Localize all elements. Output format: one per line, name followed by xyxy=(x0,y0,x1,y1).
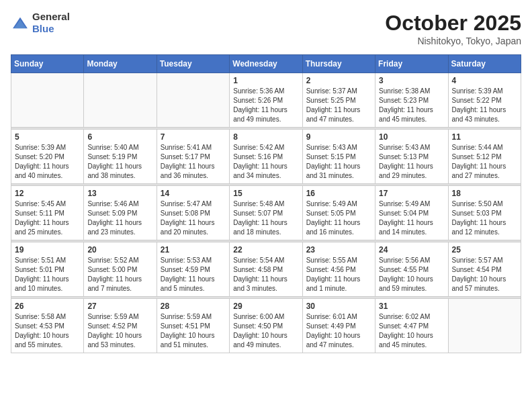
day-number: 3 xyxy=(379,76,444,85)
calendar-cell: 30Sunrise: 6:01 AM Sunset: 4:49 PM Dayli… xyxy=(302,299,375,353)
day-info: Sunrise: 5:39 AM Sunset: 5:20 PM Dayligh… xyxy=(15,143,80,181)
day-info: Sunrise: 5:40 AM Sunset: 5:19 PM Dayligh… xyxy=(87,143,152,181)
weekday-header: Friday xyxy=(375,55,448,73)
calendar-cell: 18Sunrise: 5:50 AM Sunset: 5:03 PM Dayli… xyxy=(448,186,521,240)
logo-blue: Blue xyxy=(32,23,54,34)
calendar-cell: 2Sunrise: 5:37 AM Sunset: 5:25 PM Daylig… xyxy=(302,73,375,128)
day-number: 27 xyxy=(87,302,152,311)
day-info: Sunrise: 5:45 AM Sunset: 5:11 PM Dayligh… xyxy=(15,199,80,237)
day-number: 29 xyxy=(233,302,298,311)
calendar-cell xyxy=(448,299,521,353)
calendar-cell xyxy=(157,73,229,128)
day-info: Sunrise: 5:54 AM Sunset: 4:58 PM Dayligh… xyxy=(233,256,298,293)
day-number: 30 xyxy=(306,302,371,311)
day-number: 21 xyxy=(161,245,226,255)
day-info: Sunrise: 5:53 AM Sunset: 4:59 PM Dayligh… xyxy=(161,256,226,293)
day-info: Sunrise: 5:37 AM Sunset: 5:25 PM Dayligh… xyxy=(306,87,371,124)
logo-text: General Blue xyxy=(32,11,70,35)
calendar-cell: 15Sunrise: 5:48 AM Sunset: 5:07 PM Dayli… xyxy=(230,186,302,240)
calendar-cell: 4Sunrise: 5:39 AM Sunset: 5:22 PM Daylig… xyxy=(448,73,521,128)
day-number: 13 xyxy=(87,189,152,198)
day-number: 23 xyxy=(306,245,371,255)
day-number: 24 xyxy=(379,245,444,255)
day-number: 16 xyxy=(306,189,371,198)
day-number: 10 xyxy=(379,132,444,142)
day-info: Sunrise: 6:01 AM Sunset: 4:49 PM Dayligh… xyxy=(306,312,371,350)
logo-icon xyxy=(11,16,30,30)
calendar-cell: 6Sunrise: 5:40 AM Sunset: 5:19 PM Daylig… xyxy=(84,130,157,184)
day-info: Sunrise: 5:38 AM Sunset: 5:23 PM Dayligh… xyxy=(379,87,444,124)
day-info: Sunrise: 5:59 AM Sunset: 4:51 PM Dayligh… xyxy=(161,312,226,350)
calendar-cell: 31Sunrise: 6:02 AM Sunset: 4:47 PM Dayli… xyxy=(375,299,448,353)
calendar-cell: 8Sunrise: 5:42 AM Sunset: 5:16 PM Daylig… xyxy=(230,130,302,184)
day-info: Sunrise: 6:02 AM Sunset: 4:47 PM Dayligh… xyxy=(379,312,444,350)
day-info: Sunrise: 5:44 AM Sunset: 5:12 PM Dayligh… xyxy=(452,143,517,181)
calendar-cell: 11Sunrise: 5:44 AM Sunset: 5:12 PM Dayli… xyxy=(448,130,521,184)
day-number: 5 xyxy=(15,132,80,142)
day-number: 26 xyxy=(15,302,80,311)
day-number: 6 xyxy=(87,132,152,142)
calendar-cell: 22Sunrise: 5:54 AM Sunset: 4:58 PM Dayli… xyxy=(230,242,302,297)
calendar-cell xyxy=(84,73,157,128)
location: Nishitokyo, Tokyo, Japan xyxy=(385,36,521,46)
weekday-header: Monday xyxy=(84,55,157,73)
day-info: Sunrise: 5:56 AM Sunset: 4:55 PM Dayligh… xyxy=(379,256,444,293)
calendar-cell: 20Sunrise: 5:52 AM Sunset: 5:00 PM Dayli… xyxy=(84,242,157,297)
day-info: Sunrise: 5:52 AM Sunset: 5:00 PM Dayligh… xyxy=(87,256,152,293)
calendar-week-row: 1Sunrise: 5:36 AM Sunset: 5:26 PM Daylig… xyxy=(11,73,521,128)
day-info: Sunrise: 5:55 AM Sunset: 4:56 PM Dayligh… xyxy=(306,256,371,293)
calendar-cell: 29Sunrise: 6:00 AM Sunset: 4:50 PM Dayli… xyxy=(230,299,302,353)
calendar-cell: 25Sunrise: 5:57 AM Sunset: 4:54 PM Dayli… xyxy=(448,242,521,297)
calendar-cell: 14Sunrise: 5:47 AM Sunset: 5:08 PM Dayli… xyxy=(157,186,229,240)
weekday-header: Tuesday xyxy=(157,55,229,73)
weekday-header-row: SundayMondayTuesdayWednesdayThursdayFrid… xyxy=(11,55,521,73)
day-info: Sunrise: 5:49 AM Sunset: 5:04 PM Dayligh… xyxy=(379,199,444,237)
day-info: Sunrise: 5:36 AM Sunset: 5:26 PM Dayligh… xyxy=(233,87,298,124)
calendar-cell: 23Sunrise: 5:55 AM Sunset: 4:56 PM Dayli… xyxy=(302,242,375,297)
day-info: Sunrise: 5:58 AM Sunset: 4:53 PM Dayligh… xyxy=(15,312,80,350)
day-info: Sunrise: 5:43 AM Sunset: 5:13 PM Dayligh… xyxy=(379,143,444,181)
day-number: 8 xyxy=(233,132,298,142)
page-header: General Blue October 2025 Nishitokyo, To… xyxy=(11,11,521,46)
day-info: Sunrise: 5:43 AM Sunset: 5:15 PM Dayligh… xyxy=(306,143,371,181)
weekday-header: Sunday xyxy=(11,55,84,73)
day-info: Sunrise: 5:39 AM Sunset: 5:22 PM Dayligh… xyxy=(452,87,517,124)
day-info: Sunrise: 5:57 AM Sunset: 4:54 PM Dayligh… xyxy=(452,256,517,293)
day-info: Sunrise: 6:00 AM Sunset: 4:50 PM Dayligh… xyxy=(233,312,298,350)
calendar-cell: 1Sunrise: 5:36 AM Sunset: 5:26 PM Daylig… xyxy=(230,73,302,128)
logo: General Blue xyxy=(11,11,70,35)
weekday-header: Wednesday xyxy=(230,55,302,73)
day-info: Sunrise: 5:42 AM Sunset: 5:16 PM Dayligh… xyxy=(233,143,298,181)
calendar-cell: 26Sunrise: 5:58 AM Sunset: 4:53 PM Dayli… xyxy=(11,299,84,353)
day-number: 20 xyxy=(87,245,152,255)
day-number: 22 xyxy=(233,245,298,255)
day-number: 18 xyxy=(452,189,517,198)
day-number: 9 xyxy=(306,132,371,142)
calendar-cell: 21Sunrise: 5:53 AM Sunset: 4:59 PM Dayli… xyxy=(157,242,229,297)
day-info: Sunrise: 5:47 AM Sunset: 5:08 PM Dayligh… xyxy=(161,199,226,237)
day-number: 12 xyxy=(15,189,80,198)
day-number: 2 xyxy=(306,76,371,85)
month-title: October 2025 xyxy=(385,11,521,36)
day-number: 31 xyxy=(379,302,444,311)
day-number: 28 xyxy=(161,302,226,311)
calendar: SundayMondayTuesdayWednesdayThursdayFrid… xyxy=(11,54,521,353)
day-number: 19 xyxy=(15,245,80,255)
title-block: October 2025 Nishitokyo, Tokyo, Japan xyxy=(385,11,521,46)
calendar-cell: 5Sunrise: 5:39 AM Sunset: 5:20 PM Daylig… xyxy=(11,130,84,184)
day-info: Sunrise: 5:59 AM Sunset: 4:52 PM Dayligh… xyxy=(87,312,152,350)
day-info: Sunrise: 5:46 AM Sunset: 5:09 PM Dayligh… xyxy=(87,199,152,237)
day-number: 1 xyxy=(233,76,298,85)
weekday-header: Thursday xyxy=(302,55,375,73)
day-info: Sunrise: 5:49 AM Sunset: 5:05 PM Dayligh… xyxy=(306,199,371,237)
day-info: Sunrise: 5:50 AM Sunset: 5:03 PM Dayligh… xyxy=(452,199,517,237)
calendar-cell: 7Sunrise: 5:41 AM Sunset: 5:17 PM Daylig… xyxy=(157,130,229,184)
calendar-cell: 13Sunrise: 5:46 AM Sunset: 5:09 PM Dayli… xyxy=(84,186,157,240)
calendar-week-row: 19Sunrise: 5:51 AM Sunset: 5:01 PM Dayli… xyxy=(11,242,521,297)
calendar-cell: 19Sunrise: 5:51 AM Sunset: 5:01 PM Dayli… xyxy=(11,242,84,297)
calendar-cell: 9Sunrise: 5:43 AM Sunset: 5:15 PM Daylig… xyxy=(302,130,375,184)
calendar-cell: 24Sunrise: 5:56 AM Sunset: 4:55 PM Dayli… xyxy=(375,242,448,297)
calendar-cell: 12Sunrise: 5:45 AM Sunset: 5:11 PM Dayli… xyxy=(11,186,84,240)
calendar-week-row: 12Sunrise: 5:45 AM Sunset: 5:11 PM Dayli… xyxy=(11,186,521,240)
logo-general: General xyxy=(32,11,70,22)
